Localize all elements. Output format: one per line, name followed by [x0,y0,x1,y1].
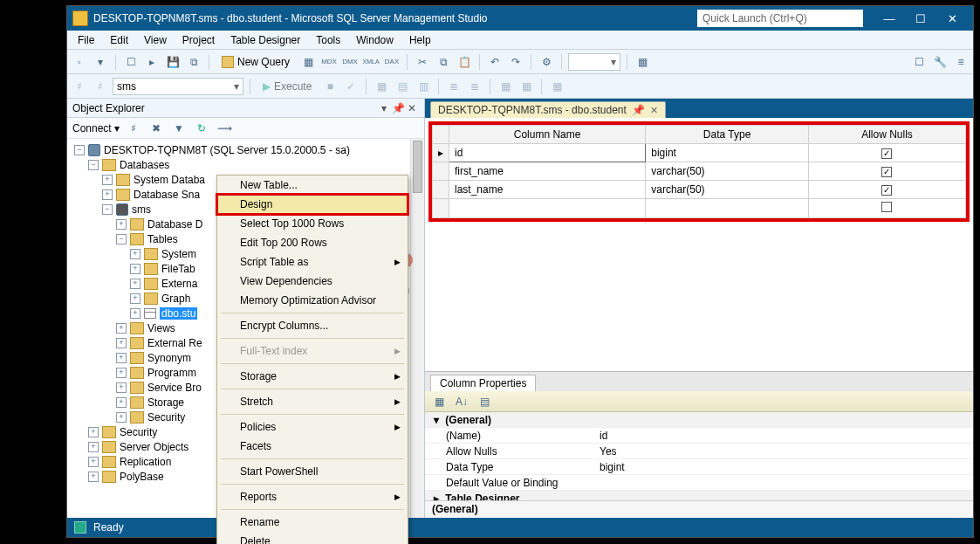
menu-window[interactable]: Window [349,32,401,48]
redo-button[interactable]: ↷ [507,53,524,71]
mdx-icon[interactable]: MDX [320,53,338,71]
column-properties-tab[interactable]: Column Properties [430,375,536,391]
text-results-icon[interactable]: ▤ [394,78,411,95]
panel-pin-button[interactable]: 📌 [391,102,405,114]
tree-system-databases[interactable]: System Databa [134,174,205,186]
ctx-memory-optimization[interactable]: Memory Optimization Advisor [217,291,408,310]
new-query-button[interactable]: New Query [216,52,296,72]
menu-tools[interactable]: Tools [309,32,347,48]
ctx-select-top-1000[interactable]: Select Top 1000 Rows [217,214,408,233]
disconnect-icon[interactable]: ♯ [125,120,142,137]
ctx-view-dependencies[interactable]: View Dependencies [217,272,408,291]
uncomment-button[interactable]: ≣ [466,78,483,95]
outdent-button[interactable]: ▦ [517,78,535,95]
dmx-icon[interactable]: DMX [341,53,359,71]
menu-help[interactable]: Help [402,32,438,48]
ctx-stretch[interactable]: Stretch▶ [217,392,408,411]
panel-close-button[interactable]: ✕ [405,102,419,114]
toolbox-button[interactable]: 🔧 [931,53,949,71]
prop-row[interactable]: Allow NullsYes [425,444,973,459]
ctx-delete[interactable]: Delete [217,532,408,544]
tree-server[interactable]: DESKTOP-TQPNM8T (SQL Server 15.0.2000.5 … [104,144,350,156]
tree-replication[interactable]: Replication [120,456,171,468]
tree-db-snapshots[interactable]: Database Sna [134,189,200,201]
undo-button[interactable]: ↶ [486,53,504,71]
quick-launch-input[interactable]: Quick Launch (Ctrl+Q) [697,10,863,27]
file-results-icon[interactable]: ▥ [415,78,432,95]
open-button[interactable]: ▸ [143,53,161,71]
alphabetical-icon[interactable]: A↓ [453,393,470,410]
solution-combo[interactable]: ▾ [568,53,620,71]
copy-button[interactable]: ⧉ [435,53,452,71]
dax-icon[interactable]: DAX [383,53,401,71]
ctx-encrypt-columns[interactable]: Encrypt Columns... [217,316,408,335]
tree-db-diagrams[interactable]: Database D [147,218,202,231]
execute-button[interactable]: ▶Execute [257,77,318,96]
tree-external-resources[interactable]: External Re [147,337,202,349]
disconnect-button[interactable]: ♯ [92,78,109,95]
nulls-checkbox[interactable]: ✓ [881,148,892,159]
tree-tables[interactable]: Tables [147,233,178,245]
ctx-new-table[interactable]: New Table... [217,176,408,195]
tree-programmability[interactable]: Programm [147,367,196,379]
col-header-nulls[interactable]: Allow Nulls [808,126,965,144]
close-button[interactable]: ✕ [936,9,968,28]
properties-button[interactable]: ☐ [910,53,928,71]
tab-close-icon[interactable]: ✕ [650,105,658,116]
ctx-start-powershell[interactable]: Start PowerShell [217,462,408,481]
tree-external-tables[interactable]: Externa [161,278,197,290]
specify-values-button[interactable]: ▦ [548,78,565,95]
table-row[interactable]: ▸ id bigint ✓ [433,144,966,162]
ctx-script-table-as[interactable]: Script Table as▶ [217,252,408,272]
table-row[interactable]: first_name varchar(50) ✓ [433,162,966,181]
document-tab[interactable]: DESKTOP-TQPNM8T.sms - dbo.student 📌 ✕ [430,101,666,118]
tree-storage[interactable]: Storage [147,396,184,409]
tree-server-objects[interactable]: Server Objects [120,441,188,453]
maximize-button[interactable]: ☐ [905,9,936,28]
save-all-button[interactable]: ⧉ [185,53,202,71]
tree-security[interactable]: Security [147,411,185,423]
parse-button[interactable]: ✓ [342,78,360,95]
activity-monitor-button[interactable]: ▦ [634,53,651,71]
menu-edit[interactable]: Edit [103,32,135,48]
ctx-facets[interactable]: Facets [217,437,408,456]
ctx-fulltext-index[interactable]: Full-Text index▶ [217,341,408,361]
nulls-checkbox[interactable] [881,202,892,212]
filter-icon[interactable]: ▼ [170,120,188,137]
template-button[interactable]: ≡ [952,53,970,71]
menu-table-designer[interactable]: Table Designer [223,32,307,48]
ctx-edit-top-200[interactable]: Edit Top 200 Rows [217,233,408,252]
grid-results-icon[interactable]: ▦ [373,78,390,95]
tree-db-sms[interactable]: sms [132,203,151,216]
table-row-empty[interactable] [433,199,966,218]
col-header-name[interactable]: Column Name [449,126,646,144]
ctx-design[interactable]: Design [217,195,408,214]
tree-synonyms[interactable]: Synonym [147,352,191,364]
ctx-rename[interactable]: Rename [217,513,408,532]
stop-button[interactable]: ■ [321,78,339,95]
menu-view[interactable]: View [137,32,174,48]
prop-row[interactable]: Data Typebigint [425,459,973,475]
minimize-button[interactable]: — [874,9,905,28]
panel-dropdown-button[interactable]: ▾ [377,102,391,114]
tree-graph-tables[interactable]: Graph [161,293,190,305]
xmla-icon[interactable]: XMLA [362,53,380,71]
tree-scrollbar[interactable] [410,139,424,518]
paste-button[interactable]: 📋 [456,53,473,71]
cut-button[interactable]: ✂ [414,53,431,71]
nav-fwd-button[interactable]: ▾ [92,53,109,71]
tree-databases[interactable]: Databases [120,159,169,171]
col-header-type[interactable]: Data Type [646,126,809,144]
menu-file[interactable]: File [71,32,101,48]
tree-server-security[interactable]: Security [120,426,157,438]
tree-system-tables[interactable]: System [161,248,196,260]
nav-back-button[interactable]: ◦ [71,53,88,71]
prop-pages-icon[interactable]: ▤ [476,393,493,410]
tree-views[interactable]: Views [147,322,175,334]
save-button[interactable]: 💾 [164,53,182,71]
prop-row[interactable]: Default Value or Binding [425,475,973,491]
find-button[interactable]: ⚙ [538,53,555,71]
table-designer-grid[interactable]: Column Name Data Type Allow Nulls ▸ id b… [432,125,966,218]
db-engine-query-icon[interactable]: ▦ [299,53,317,71]
indent-button[interactable]: ▦ [497,78,514,95]
